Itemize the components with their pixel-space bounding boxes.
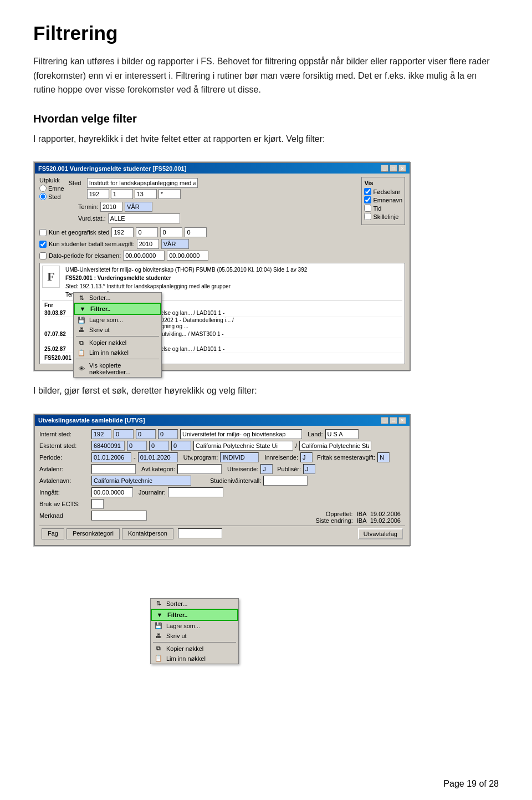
sted-field3[interactable] [135, 189, 157, 199]
cb-tid-input[interactable] [364, 205, 371, 212]
brukects-input[interactable] [91, 499, 104, 509]
fnr-cell3: 25.02.87 [44, 346, 75, 352]
utvs-controls: _ □ × [381, 417, 406, 424]
utvs-ctx-sort[interactable]: ⇅ Sorter... [151, 599, 238, 609]
eksternt-f4[interactable] [171, 441, 191, 451]
geo-f2[interactable] [136, 227, 158, 237]
internt-f4[interactable] [158, 429, 178, 439]
fnr-cell4: FS520.001 [44, 355, 75, 361]
cb-skillelinje-input[interactable] [364, 213, 371, 220]
eksternt-label: Eksternt sted: [39, 442, 89, 449]
check3-input[interactable] [39, 252, 47, 259]
utv-input[interactable] [220, 452, 259, 462]
internt-f2[interactable] [114, 429, 134, 439]
internt-name[interactable] [180, 429, 302, 439]
internt-f1[interactable] [91, 429, 111, 439]
eksternt-name1[interactable] [193, 441, 293, 451]
date-from[interactable] [123, 251, 165, 261]
sort-icon: ⇅ [77, 293, 86, 302]
avtkategori-label: Avt.kategori: [141, 466, 175, 472]
sted-field4[interactable] [158, 189, 181, 199]
report-line1: UMB-Universitetet for miljø- og bioviten… [65, 266, 402, 274]
cb-fodselsnr-input[interactable] [364, 188, 371, 195]
cb-tid[interactable]: Tid [364, 205, 402, 212]
filter-icon: ▼ [78, 304, 87, 313]
internt-f3[interactable] [136, 429, 156, 439]
termin-season[interactable] [125, 202, 152, 212]
utvs-ctx-print[interactable]: 🖶 Skriv ut [151, 631, 238, 641]
inngatt-label: Inngått: [39, 489, 89, 496]
geo-f1[interactable] [111, 227, 134, 237]
eksternt-slash: / [295, 442, 297, 449]
utreisende-input[interactable] [260, 464, 273, 474]
check3-row: Dato-periode for eksamen: [39, 251, 405, 261]
siste-label: Siste endring: [315, 517, 352, 524]
kontaktperson-input[interactable] [178, 528, 222, 538]
date-to[interactable] [167, 251, 208, 261]
ctx-paste[interactable]: 📋 Lim inn nøkkel [74, 348, 161, 358]
avtalenavn-input[interactable] [91, 476, 191, 486]
fritak-input[interactable] [377, 452, 390, 462]
sem-season[interactable] [161, 239, 189, 249]
sted-field1[interactable] [87, 189, 109, 199]
merknad-input[interactable] [91, 511, 147, 521]
maximize-button[interactable]: □ [390, 165, 397, 172]
check2-input[interactable] [39, 241, 47, 248]
ctx-save[interactable]: 💾 Lagre som... [74, 315, 161, 325]
vurd-input[interactable] [108, 213, 180, 223]
close-button[interactable]: × [398, 165, 406, 172]
journalnr-input[interactable] [168, 487, 223, 497]
eksternt-f2[interactable] [127, 441, 147, 451]
tab-fag[interactable]: Fag [42, 528, 64, 539]
radio-emne-input[interactable] [39, 185, 47, 192]
termin-year[interactable] [100, 202, 122, 212]
utvs-close[interactable]: × [398, 417, 406, 424]
ctx-print[interactable]: 🖶 Skriv ut [74, 325, 161, 335]
avtkategori-input[interactable] [177, 464, 222, 474]
innreisende-label: Innreisende: [264, 454, 298, 461]
land-input[interactable] [325, 429, 359, 439]
geo-f4[interactable] [185, 227, 207, 237]
check1-input[interactable] [39, 229, 47, 236]
eksternt-f1[interactable] [91, 441, 125, 451]
periode-from[interactable] [91, 452, 131, 462]
sted-field2[interactable] [111, 189, 133, 199]
ctx-copy[interactable]: ⧉ Kopier nøkkel [74, 338, 161, 348]
inngatt-input[interactable] [91, 487, 133, 497]
radio-emne[interactable]: Emne [39, 185, 64, 192]
studieniva-input[interactable] [263, 476, 308, 486]
ctx-view[interactable]: 👁 Vis kopierte nøkkelverdier... [74, 360, 161, 377]
radio-sted-input[interactable] [39, 193, 47, 200]
periode-to[interactable] [138, 452, 178, 462]
cb-fodselsnr[interactable]: Fødselsnr [364, 188, 402, 195]
utvs-ctx-filter[interactable]: ▼ Filtrer.. [151, 609, 238, 621]
cb-skillelinje[interactable]: Skillelinje [364, 213, 402, 220]
eksternt-f3[interactable] [149, 441, 169, 451]
tab-kontaktperson[interactable]: Kontaktperson [122, 528, 173, 539]
publiser-input[interactable] [303, 464, 315, 474]
utvs-sort-icon: ⇅ [154, 599, 163, 608]
minimize-button[interactable]: _ [381, 165, 388, 172]
geo-f3[interactable] [160, 227, 182, 237]
utvs-ctx-copy[interactable]: ⧉ Kopier nøkkel [151, 644, 238, 654]
utvavtalefag-button[interactable]: Utvavtalefag [358, 528, 403, 539]
innreisende-input[interactable] [300, 452, 313, 462]
cb-emnenavn-input[interactable] [364, 196, 371, 203]
utvs-maximize[interactable]: □ [390, 417, 397, 424]
fritak-label: Fritak semesteravgift: [317, 454, 375, 461]
utvs-minimize[interactable]: _ [381, 417, 388, 424]
avtalenr-input[interactable] [91, 464, 136, 474]
tab-personkategori[interactable]: Personkategori [66, 528, 120, 539]
ctx-filter[interactable]: ▼ Filtrer.. [74, 303, 161, 315]
ctx-save-label: Lagre som... [89, 317, 123, 323]
utvs-ctx-save[interactable]: 💾 Lagre som... [151, 621, 238, 631]
eksternt-name2[interactable] [299, 441, 371, 451]
utvs-ctx-sort-label: Sorter... [166, 600, 188, 607]
sted-input[interactable] [87, 178, 198, 188]
sem-year[interactable] [137, 239, 159, 249]
utvs-ctx-paste[interactable]: 📋 Lim inn nøkkel [151, 654, 238, 664]
avtalenavn-row: Avtalenavn: Studienivåintervall: [39, 476, 405, 486]
ctx-sort[interactable]: ⇅ Sorter... [74, 293, 161, 303]
cb-emnenavn[interactable]: Emnenavn [364, 196, 402, 203]
radio-sted[interactable]: Sted [39, 193, 64, 200]
